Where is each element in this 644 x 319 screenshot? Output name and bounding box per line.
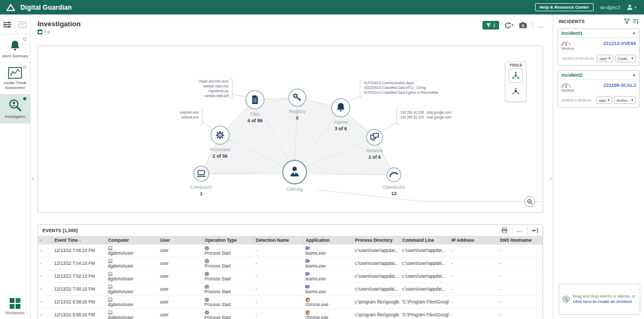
incidents-sort-icon[interactable] <box>633 19 639 24</box>
svg-text:Processes: Processes <box>210 147 231 152</box>
operation-icon <box>204 284 209 290</box>
caret-down-icon: ▼ <box>632 32 636 35</box>
application-icon <box>305 271 310 277</box>
col-command-line[interactable]: Command Line <box>400 236 449 244</box>
zoom-button[interactable] <box>524 196 535 207</box>
print-icon[interactable] <box>501 227 508 233</box>
col-event-time[interactable]: Event Time ↓ <box>52 236 106 244</box>
sidebar-item-investigation[interactable]: Investigation <box>0 94 30 123</box>
more-menu-button[interactable]: ... <box>538 22 543 28</box>
svg-text:DLP1019-0-Classified Data Egre: DLP1019-0-Classified Data Egress to Remo… <box>364 91 438 95</box>
snapshot-button[interactable] <box>519 22 527 28</box>
calendar-icon <box>38 29 42 34</box>
incident-code-link[interactable]: 221109-3CALJ <box>603 83 636 88</box>
svg-text:13: 13 <box>391 191 397 196</box>
top-bar: Digital Guardian Help & Resource Center … <box>0 0 644 14</box>
svg-text:3 of 6: 3 of 6 <box>335 126 347 131</box>
laptop-icon <box>108 246 113 251</box>
col-process-directory[interactable]: Process Directory <box>353 236 400 244</box>
card-view-toggle-icon[interactable] <box>18 21 27 28</box>
col-detection-name[interactable]: Detection Name <box>253 236 303 244</box>
row-expand-chevron[interactable]: › <box>40 313 42 317</box>
caret-down-icon: ▾ <box>631 98 633 102</box>
digital-guardian-logo-icon <box>6 4 15 11</box>
table-row[interactable]: › 12/13/22 7:06:10 PM dgdemo\user user P… <box>38 244 543 257</box>
status-dropdown[interactable]: Archiv... ▾ <box>614 97 636 104</box>
operation-icon <box>204 271 209 277</box>
collapse-panel-icon[interactable] <box>532 228 538 233</box>
status-badge <box>23 65 26 69</box>
col-dns-hostname[interactable]: DNS Hostname <box>497 236 543 244</box>
svg-text:SED2003-0-Classified Data MTU: SED2003-0-Classified Data MTU - CKing <box>364 86 426 90</box>
incident-card-header[interactable]: incident1 ▼ <box>558 29 639 38</box>
status-dropdown[interactable]: Creat... ▾ <box>615 55 636 62</box>
sidebar-item-alarm-summary[interactable]: Alarm Summary <box>0 35 30 63</box>
row-expand-chevron[interactable]: › <box>40 287 42 292</box>
collapse-left-chevron[interactable]: ‹ <box>32 175 33 181</box>
help-resource-center-button[interactable]: Help & Resource Center <box>535 3 594 11</box>
caret-down-icon: ▾ <box>609 56 611 61</box>
incident-timestamp: 12/13/22 12:03:09 pm <box>561 57 595 61</box>
layout-radial-tool-button[interactable] <box>509 69 523 83</box>
events-more-menu[interactable]: ... <box>517 227 523 233</box>
col-computer[interactable]: Computer <box>106 236 158 244</box>
filter-button[interactable]: 1 <box>482 21 500 29</box>
sidebar-item-workspaces[interactable]: Workspaces <box>0 298 30 315</box>
incidents-panel: INCIDENTS incident1 ▼ Medium <box>553 14 644 319</box>
svg-text:sample-data.xlsx: sample-data.xlsx <box>203 84 229 88</box>
svg-text:DLP2040-0-Communication Apps: DLP2040-0-Communication Apps <box>364 81 414 85</box>
sidebar-item-label: Insider Threat Assessment <box>1 81 29 90</box>
row-expand-chevron[interactable]: › <box>40 261 42 266</box>
severity-gauge-icon <box>561 41 571 47</box>
incident-card-header[interactable]: incident2 ▼ <box>558 71 639 80</box>
link-analysis-canvas[interactable]: 78ash and info.docx sample-data.xlsx reg… <box>38 46 543 213</box>
table-row[interactable]: › 12/13/22 7:00:10 PM dgdemo\user user P… <box>38 283 543 296</box>
filter-count: 1 <box>493 23 496 28</box>
expand-all-header[interactable]: › <box>38 236 52 244</box>
incident-code-link[interactable]: 221213-VVE65 <box>603 41 636 46</box>
col-operation-type[interactable]: Operation Type <box>202 236 253 244</box>
funnel-icon <box>486 23 491 28</box>
assignee-dropdown[interactable]: user ▾ <box>596 97 612 104</box>
dropzone-text: Drag and drop events or alarms, or click… <box>573 294 636 305</box>
table-row[interactable]: › 12/13/22 6:58:26 PM dgdemo\user user P… <box>38 296 543 309</box>
network-annotation: 142.251.40.238 - play.google.com 142.250… <box>400 110 451 120</box>
row-expand-chevron[interactable]: › <box>40 248 42 253</box>
expand-right-chevron[interactable]: › <box>550 175 552 181</box>
workspaces-grid-icon <box>9 298 21 309</box>
col-application[interactable]: Application <box>303 236 353 244</box>
left-sidebar: Alarm Summary Insider Threat Assessment … <box>0 14 31 319</box>
svg-text:2 of 6: 2 of 6 <box>369 154 381 160</box>
date-range-chip[interactable]: 7 d <box>38 29 49 34</box>
refresh-button[interactable]: ▾ <box>504 22 514 29</box>
assignee-dropdown[interactable]: user ▾ <box>597 55 613 62</box>
svg-text:Network: Network <box>367 148 383 153</box>
svg-text:CMKing: CMKing <box>287 187 303 192</box>
layout-toggle-icon[interactable] <box>3 21 11 28</box>
graph-node-user-cmking[interactable]: CMKing <box>283 160 306 192</box>
user-menu[interactable]: ▾ <box>626 4 636 11</box>
person-icon <box>626 4 633 11</box>
camera-icon <box>519 22 527 28</box>
col-user[interactable]: User <box>158 236 202 244</box>
incident-dropzone[interactable]: Drag and drop events or alarms, or click… <box>559 284 640 315</box>
row-expand-chevron[interactable]: › <box>40 274 42 279</box>
sidebar-item-insider-threat-assessment[interactable]: Insider Threat Assessment <box>0 63 30 94</box>
table-row[interactable]: › 12/13/22 6:58:26 PM dgdemo\user user P… <box>38 309 543 319</box>
laptop-icon <box>108 271 113 277</box>
file-icon <box>252 95 258 104</box>
layout-hierarchy-tool-button[interactable] <box>509 84 523 98</box>
magnifier-icon <box>527 199 533 205</box>
svg-text:2 of 56: 2 of 56 <box>213 153 228 159</box>
svg-text:4 of 59: 4 of 59 <box>247 118 262 123</box>
col-ip-address[interactable]: IP Address <box>449 236 497 244</box>
laptop-icon <box>108 297 113 302</box>
caret-down-icon: ▾ <box>608 98 610 102</box>
svg-text:Registry: Registry <box>289 109 306 114</box>
table-row[interactable]: › 12/13/22 7:04:10 PM dgdemo\user user P… <box>38 257 543 270</box>
create-incident-link[interactable]: click here to create an incident <box>573 299 632 304</box>
incidents-filter-icon[interactable] <box>624 19 630 24</box>
table-row[interactable]: › 12/13/22 7:02:10 PM dgdemo\user user P… <box>38 270 543 283</box>
row-expand-chevron[interactable]: › <box>40 300 42 305</box>
svg-text:1: 1 <box>200 191 203 196</box>
